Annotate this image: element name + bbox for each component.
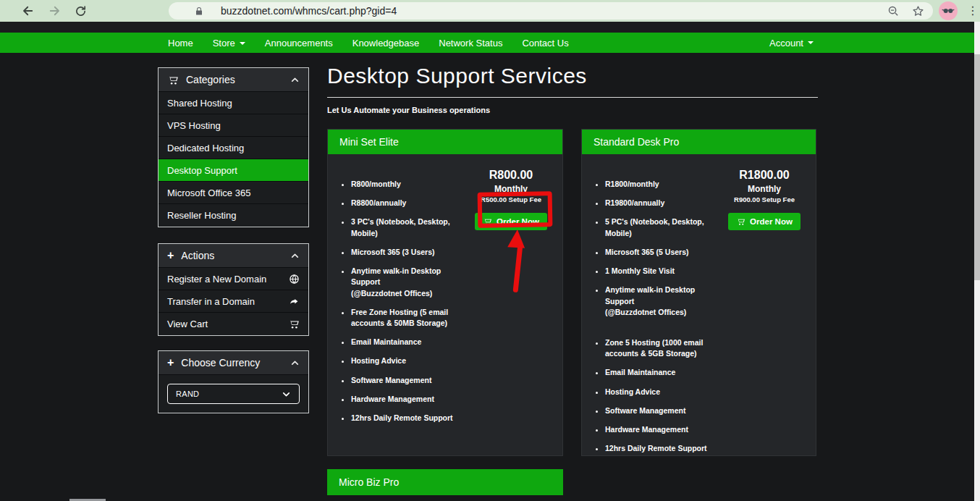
currency-panel: + Choose Currency RAND <box>158 350 309 413</box>
globe-icon <box>289 274 300 285</box>
feature-item: Hardware Management <box>605 424 711 435</box>
feature-item: R1800/monthly <box>605 179 711 190</box>
sidebar-item-desktop-support[interactable]: Desktop Support <box>159 159 308 182</box>
feature-item: Anytime walk-in Desktop Support (@Buzzdo… <box>605 285 711 318</box>
feature-item: Hosting Advice <box>351 355 458 366</box>
back-icon[interactable] <box>20 3 36 19</box>
reload-icon[interactable] <box>72 3 88 19</box>
address-bar[interactable]: buzzdotnet.com/whmcs/cart.php?gid=4 <box>169 2 933 20</box>
scrollbar-thumb[interactable] <box>974 54 980 280</box>
product-card-micro-biz-pro: Micro Biz Pro <box>327 469 563 495</box>
product-title: Micro Biz Pro <box>339 476 399 488</box>
chevron-down-icon <box>808 41 814 44</box>
forward-icon[interactable] <box>46 3 62 19</box>
cart-icon <box>288 319 300 329</box>
feature-item: 12hrs Daily Remote Support <box>351 413 458 424</box>
chevron-up-icon[interactable] <box>290 75 300 85</box>
billing-cycle: Monthly <box>713 184 816 194</box>
actions-panel: + Actions Register a New Domain Transfer… <box>158 243 309 336</box>
feature-item: Zone 5 Hosting (1000 email accounts & 5G… <box>605 337 711 359</box>
feature-list: R1800/monthly R19800/annually 5 PC's (No… <box>582 179 713 463</box>
nav-announcements[interactable]: Announcements <box>265 38 333 49</box>
chevron-up-icon[interactable] <box>290 251 300 261</box>
sidebar-item-shared-hosting[interactable]: Shared Hosting <box>159 92 308 114</box>
product-price: R1800.00 <box>713 169 816 182</box>
nav-account[interactable]: Account <box>769 33 814 53</box>
actions-header[interactable]: + Actions <box>159 244 308 268</box>
cart-icon <box>167 75 179 85</box>
feature-item: R8800/annually <box>351 198 458 209</box>
lock-icon[interactable] <box>195 7 203 16</box>
annotation-red-rectangle <box>478 191 553 228</box>
sidebar-item-vps-hosting[interactable]: VPS Hosting <box>159 114 308 137</box>
feature-item: 1 Monthly Site Visit <box>605 266 711 277</box>
bookmark-star-icon[interactable] <box>912 5 924 17</box>
chevron-up-icon[interactable] <box>290 358 300 368</box>
product-price: R800.00 <box>460 169 562 182</box>
url-text[interactable]: buzzdotnet.com/whmcs/cart.php?gid=4 <box>221 5 397 17</box>
feature-item: Free Zone Hosting (5 email accounts & 50… <box>351 307 458 329</box>
feature-item: Software Management <box>605 405 711 416</box>
nav-network-status[interactable]: Network Status <box>439 38 502 49</box>
product-title: Standard Desk Pro <box>582 130 816 154</box>
annotation-red-arrowhead <box>507 229 526 248</box>
feature-item: Anytime walk-in Desktop Support (@Buzzdo… <box>351 266 458 299</box>
page-title: Desktop Support Services <box>327 64 818 88</box>
feature-item: Hosting Advice <box>605 387 711 397</box>
currency-select[interactable]: RAND <box>167 384 300 404</box>
top-dark-strip <box>0 22 980 33</box>
categories-panel: Categories Shared Hosting VPS Hosting De… <box>158 67 309 227</box>
transfer-arrow-icon <box>289 297 300 306</box>
profile-avatar[interactable] <box>939 1 958 20</box>
currency-header[interactable]: + Choose Currency <box>159 351 308 375</box>
feature-item: Microsoft 365 (5 Users) <box>605 247 711 258</box>
title-divider <box>327 97 818 98</box>
vertical-scrollbar[interactable] <box>974 22 980 501</box>
order-now-button[interactable]: Order Now <box>728 213 801 230</box>
feature-list: R800/monthly R8800/annually 3 PC's (Note… <box>328 179 460 431</box>
sidebar-item-microsoft-office-365[interactable]: Microsoft Office 365 <box>159 182 308 204</box>
feature-item: R19800/annually <box>605 198 711 209</box>
action-transfer-domain[interactable]: Transfer in a Domain <box>159 290 308 313</box>
chevron-down-icon <box>240 42 245 45</box>
sidebar-item-reseller-hosting[interactable]: Reseller Hosting <box>159 204 308 227</box>
nav-store[interactable]: Store <box>213 38 245 49</box>
site-navbar: Home Store Announcements Knowledgebase N… <box>0 33 980 53</box>
feature-item: R800/monthly <box>351 179 458 190</box>
feature-item: Email Maintainance <box>605 367 711 378</box>
nav-knowledgebase[interactable]: Knowledgebase <box>352 38 420 49</box>
sidebar-item-dedicated-hosting[interactable]: Dedicated Hosting <box>159 137 308 159</box>
cart-icon <box>736 217 745 226</box>
feature-item: 3 PC's (Notebook, Desktop, Mobile) <box>351 216 458 238</box>
nav-contact-us[interactable]: Contact Us <box>522 38 568 49</box>
plus-icon: + <box>167 249 174 262</box>
chevron-down-icon <box>282 390 291 399</box>
product-title: Mini Set Elite <box>328 130 562 154</box>
setup-fee: R900.00 Setup Fee <box>713 195 816 203</box>
action-register-domain[interactable]: Register a New Domain <box>159 268 308 290</box>
action-view-cart[interactable]: View Cart <box>159 313 308 335</box>
feature-item: 12hrs Daily Remote Support <box>605 443 711 454</box>
product-card-standard-desk-pro: Standard Desk Pro R1800/monthly R19800/a… <box>581 129 816 456</box>
browser-toolbar: buzzdotnet.com/whmcs/cart.php?gid=4 ⋮ <box>0 0 980 22</box>
categories-header[interactable]: Categories <box>159 68 308 92</box>
feature-item: Hardware Management <box>351 394 458 405</box>
feature-item: Email Maintainance <box>351 337 458 348</box>
main-content: Desktop Support Services Let Us Automate… <box>327 64 818 114</box>
feature-item: Software Management <box>351 375 458 386</box>
plus-icon: + <box>167 356 174 369</box>
page-subtitle: Let Us Automate your Business operations <box>327 106 818 114</box>
feature-item: 5 PC's (Notebook, Desktop, Mobile) <box>605 216 711 238</box>
zoom-out-icon[interactable] <box>887 5 900 17</box>
feature-item: Microsoft 365 (3 Users) <box>351 247 458 258</box>
browser-menu-icon[interactable]: ⋮ <box>967 2 979 20</box>
nav-home[interactable]: Home <box>168 38 193 49</box>
product-card-mini-set-elite: Mini Set Elite R800/monthly R8800/annual… <box>327 129 563 456</box>
